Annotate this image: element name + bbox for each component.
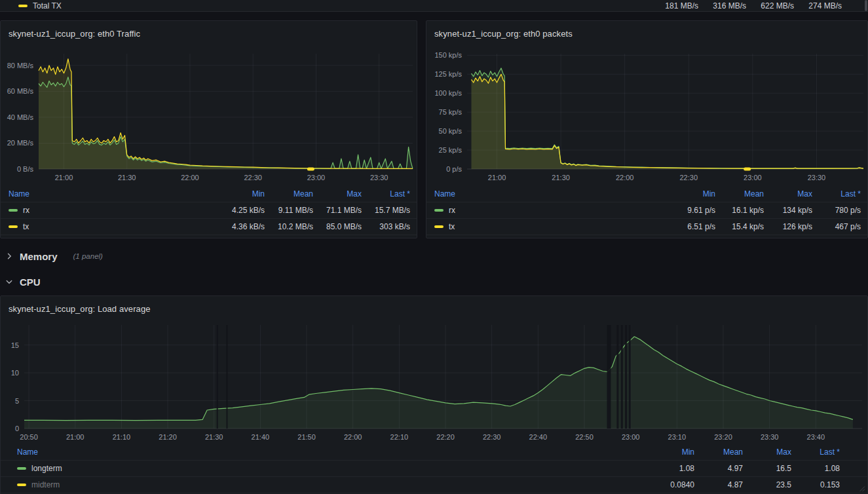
legend-header-max[interactable]: Max	[764, 189, 812, 199]
panel-title-traffic[interactable]: skynet-uz1_iccup_org: eth0 Traffic	[9, 29, 140, 39]
legend-row-longterm: longterm1.084.9716.51.08	[1, 461, 867, 477]
svg-text:15: 15	[11, 341, 19, 349]
legend-stat-value: 16.5	[743, 464, 791, 473]
legend-header-mean[interactable]: Mean	[265, 189, 313, 199]
total-tx-stat-values: 181 MB/s316 MB/s622 MB/s274 MB/s	[651, 1, 842, 10]
legend-header-min[interactable]: Min	[667, 189, 715, 199]
legend-stat-value: 85.0 MB/s	[313, 222, 362, 231]
legend-header-row: NameMinMeanMaxLast *	[1, 444, 867, 461]
svg-text:21:00: 21:00	[55, 174, 73, 181]
svg-text:21:30: 21:30	[205, 433, 223, 441]
svg-text:23:30: 23:30	[808, 174, 826, 181]
legend-row-tx: tx6.51 p/s15.4 kp/s126 kp/s467 p/s	[426, 219, 867, 235]
svg-text:21:00: 21:00	[66, 433, 85, 441]
legend-header-row: NameMinMeanMaxLast *	[426, 186, 867, 202]
legend-header-last[interactable]: Last *	[362, 189, 410, 199]
svg-text:150 kp/s: 150 kp/s	[434, 51, 462, 59]
series-toggle-rx[interactable]: rx	[9, 206, 216, 215]
dashboard-row-cpu[interactable]: CPU	[0, 272, 868, 292]
row-title-cpu: CPU	[20, 276, 41, 288]
load-average-chart[interactable]: 20:5021:0021:1021:2021:3021:4021:5022:00…	[1, 321, 867, 444]
svg-text:22:50: 22:50	[575, 433, 594, 441]
svg-text:50 kp/s: 50 kp/s	[439, 127, 462, 135]
chevron-down-icon	[5, 278, 13, 286]
svg-text:60 MB/s: 60 MB/s	[7, 87, 34, 95]
series-color-dash	[17, 484, 26, 486]
series-label: tx	[23, 222, 29, 231]
series-toggle-rx[interactable]: rx	[434, 206, 667, 215]
load-average-legend: NameMinMeanMaxLast *longterm1.084.9716.5…	[1, 444, 867, 493]
dashboard-row-memory[interactable]: Memory (1 panel)	[0, 247, 868, 265]
legend-header-last[interactable]: Last *	[791, 447, 840, 457]
legend-stat-value: 71.1 MB/s	[313, 206, 362, 215]
legend-row-total-tx: Total TX 181 MB/s316 MB/s622 MB/s274 MB/…	[0, 0, 868, 14]
series-label: midterm	[31, 480, 60, 489]
svg-text:40 MB/s: 40 MB/s	[7, 113, 34, 121]
legend-header-max[interactable]: Max	[313, 189, 362, 199]
svg-text:21:30: 21:30	[552, 174, 570, 181]
legend-header-min[interactable]: Min	[646, 447, 694, 457]
legend-stat-value: 316 MB/s	[698, 1, 746, 10]
series-toggle-midterm[interactable]: midterm	[17, 480, 646, 489]
series-color-dash	[434, 209, 443, 212]
legend-stat-value: 16.1 kp/s	[715, 206, 764, 215]
legend-stat-value: 9.61 p/s	[667, 206, 715, 215]
row-title-memory: Memory	[20, 251, 58, 262]
legend-stat-value: 303 kB/s	[362, 222, 410, 231]
svg-text:22:30: 22:30	[483, 433, 501, 441]
panel-title-load-average[interactable]: skynet-uz1_iccup_org: Load average	[9, 304, 151, 314]
legend-header-name[interactable]: Name	[17, 447, 38, 457]
series-toggle-tx[interactable]: tx	[9, 222, 216, 231]
svg-text:22:00: 22:00	[344, 433, 362, 441]
legend-header-row: NameMinMeanMaxLast *	[1, 186, 417, 202]
legend-stat-value: 1.08	[791, 464, 840, 473]
legend-stat-value: 6.51 p/s	[667, 222, 715, 231]
legend-header-name[interactable]: Name	[434, 189, 455, 199]
legend-header-mean[interactable]: Mean	[715, 189, 764, 199]
series-toggle-longterm[interactable]: longterm	[17, 464, 646, 473]
svg-text:23:00: 23:00	[744, 174, 762, 181]
traffic-chart[interactable]: 21:0021:3022:0022:3023:0023:300 B/s20 MB…	[1, 46, 417, 186]
svg-text:75 kp/s: 75 kp/s	[439, 108, 462, 116]
panel-resize-handle[interactable]	[859, 485, 865, 494]
svg-text:21:30: 21:30	[118, 174, 136, 181]
legend-stat-value: 181 MB/s	[651, 1, 698, 10]
panel-eth0-traffic: skynet-uz1_iccup_org: eth0 Traffic 21:00…	[0, 20, 417, 238]
svg-text:0 p/s: 0 p/s	[446, 165, 462, 173]
svg-text:10: 10	[11, 369, 19, 377]
series-label: tx	[449, 222, 455, 231]
legend-header-min[interactable]: Min	[216, 189, 265, 199]
scrollbar-thumb[interactable]	[865, 0, 867, 11]
series-label: rx	[449, 206, 455, 215]
legend-header-last[interactable]: Last *	[812, 189, 861, 199]
row-panel-count-badge: (1 panel)	[73, 252, 103, 260]
svg-text:22:00: 22:00	[181, 174, 199, 181]
svg-text:22:00: 22:00	[616, 174, 634, 181]
svg-text:0 B/s: 0 B/s	[17, 165, 34, 173]
packets-chart[interactable]: 21:0021:3022:0022:3023:0023:300 p/s25 kp…	[426, 46, 867, 186]
svg-text:23:30: 23:30	[761, 433, 779, 441]
legend-stat-value: 10.2 MB/s	[265, 222, 313, 231]
legend-stat-value: 274 MB/s	[794, 1, 842, 10]
legend-header-name[interactable]: Name	[9, 189, 29, 199]
panel-load-average: skynet-uz1_iccup_org: Load average 20:50…	[0, 295, 868, 494]
svg-text:80 MB/s: 80 MB/s	[7, 62, 34, 69]
series-label: rx	[23, 206, 29, 215]
panel-title-packets[interactable]: skynet-uz1_iccup_org: eth0 packets	[434, 29, 573, 39]
legend-row-rx: rx9.61 p/s16.1 kp/s134 kp/s780 p/s	[426, 202, 867, 219]
panel-header: skynet-uz1_iccup_org: eth0 packets	[426, 21, 867, 46]
svg-text:22:30: 22:30	[680, 174, 698, 181]
series-label: Total TX	[33, 1, 62, 10]
svg-text:21:00: 21:00	[488, 174, 506, 181]
svg-text:23:40: 23:40	[807, 433, 825, 441]
series-toggle-tx[interactable]: tx	[434, 222, 667, 231]
series-toggle-total-tx[interactable]: Total TX	[18, 1, 651, 10]
series-color-dash	[434, 225, 443, 228]
svg-text:25 kp/s: 25 kp/s	[439, 146, 462, 154]
svg-text:23:10: 23:10	[668, 433, 687, 441]
legend-stat-value: 23.5	[743, 480, 791, 489]
legend-stat-value: 4.87	[694, 480, 743, 489]
legend-row-midterm: midterm0.08404.8723.50.153	[1, 477, 867, 493]
legend-header-mean[interactable]: Mean	[694, 447, 743, 457]
legend-header-max[interactable]: Max	[743, 447, 791, 457]
